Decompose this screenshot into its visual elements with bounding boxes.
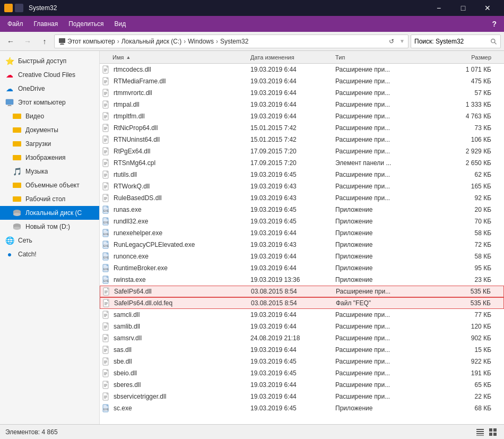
file-size: 92 КБ xyxy=(420,194,502,202)
refresh-button[interactable]: ↺ xyxy=(386,36,397,47)
sidebar-item-images[interactable]: Изображения xyxy=(0,151,99,165)
file-size: 15 КБ xyxy=(420,346,502,354)
file-type: Приложение xyxy=(335,229,420,237)
table-row[interactable]: RTSnMg64.cpl 17.09.2015 7:20 Элемент пан… xyxy=(100,157,504,169)
sidebar-item-documents[interactable]: Документы xyxy=(0,123,99,137)
sidebar-item-network[interactable]: 🌐 Сеть xyxy=(0,234,99,247)
sidebar-item-objects3d[interactable]: Объемные объект xyxy=(0,178,99,192)
file-type-icon xyxy=(102,65,110,74)
table-row[interactable]: sas.dll 19.03.2019 6:44 Расширение при..… xyxy=(100,344,504,356)
file-date: 15.01.2015 7:42 xyxy=(250,136,335,143)
forward-button[interactable]: → xyxy=(20,34,35,49)
address-bar[interactable]: Этот компьютер › Локальный диск (C:) › W… xyxy=(54,35,409,48)
sidebar-item-onedrive[interactable]: ☁ OneDrive xyxy=(0,82,99,96)
table-row[interactable]: sbservicetrigger.dll 19.03.2019 6:44 Рас… xyxy=(100,391,504,402)
file-size: 58 КБ xyxy=(420,253,502,260)
table-row[interactable]: EXE RunLegacyCPLElevated.exe 19.03.2019 … xyxy=(100,239,504,251)
table-row[interactable]: RuleBasedDS.dll 19.03.2019 6:43 Расширен… xyxy=(100,192,504,204)
sidebar-item-this-pc[interactable]: Этот компьютер xyxy=(0,96,99,109)
table-row[interactable]: rtmcodecs.dll 19.03.2019 6:44 Расширение… xyxy=(100,64,504,75)
column-name[interactable]: Имя ▲ xyxy=(102,54,250,61)
table-row[interactable]: RTNUninst64.dll 15.01.2015 7:42 Расширен… xyxy=(100,134,504,145)
table-row[interactable]: rtmmvrortc.dll 19.03.2019 6:44 Расширени… xyxy=(100,87,504,99)
table-row[interactable]: EXE rwinsta.exe 19.03.2019 13:36 Приложе… xyxy=(100,274,504,286)
sidebar-item-catch[interactable]: ● Catch! xyxy=(0,247,99,261)
file-date: 17.09.2015 7:20 xyxy=(250,159,335,167)
back-button[interactable]: ← xyxy=(3,34,18,49)
table-row[interactable]: EXE RuntimeBroker.exe 19.03.2019 6:44 Пр… xyxy=(100,262,504,274)
column-size[interactable]: Размер xyxy=(420,54,502,61)
close-button[interactable]: ✕ xyxy=(475,0,500,16)
maximize-button[interactable]: □ xyxy=(451,0,475,16)
sidebar-item-quick-access[interactable]: ⭐ Быстрый доступ xyxy=(0,54,99,68)
menu-home[interactable]: Главная xyxy=(29,18,64,30)
file-size: 70 КБ xyxy=(420,218,502,225)
menu-help[interactable]: ? xyxy=(486,18,502,30)
file-name: rtmmvrortc.dll xyxy=(102,89,250,97)
table-row[interactable]: samcli.dll 19.03.2019 6:44 Расширение пр… xyxy=(100,309,504,321)
column-type[interactable]: Тип xyxy=(335,54,420,61)
list-view-button[interactable] xyxy=(474,426,486,438)
table-row[interactable]: SafeIPs64.dll.old.feq 03.08.2015 8:54 Фа… xyxy=(100,297,504,309)
column-date[interactable]: Дата изменения xyxy=(250,54,335,61)
sidebar-item-new-volume[interactable]: Новый том (D:) xyxy=(0,220,99,234)
table-row[interactable]: SafeIPs64.dll 03.08.2015 8:54 Расширение… xyxy=(100,286,504,297)
svg-text:EXE: EXE xyxy=(103,209,109,212)
breadcrumb-part-4[interactable]: System32 xyxy=(220,38,248,45)
table-row[interactable]: samlib.dll 19.03.2019 6:44 Расширение пр… xyxy=(100,321,504,332)
sidebar-item-music[interactable]: 🎵 Музыка xyxy=(0,165,99,178)
breadcrumb-part-2[interactable]: Локальный диск (C:) xyxy=(121,38,182,45)
file-type-icon: EXE xyxy=(102,264,110,272)
file-size: 22 КБ xyxy=(420,393,502,400)
desktop-icon xyxy=(13,195,21,203)
file-name: EXE runexehelper.exe xyxy=(102,229,250,237)
table-row[interactable]: sbe.dll 19.03.2019 6:45 Расширение при..… xyxy=(100,356,504,367)
file-date: 19.03.2019 6:45 xyxy=(250,218,335,225)
table-row[interactable]: RtPgEx64.dll 17.09.2015 7:20 Расширение … xyxy=(100,145,504,157)
search-bar[interactable] xyxy=(411,35,501,48)
sidebar-item-creative-cloud[interactable]: ☁ Creative Cloud Files xyxy=(0,68,99,82)
table-row[interactable]: rtmpal.dll 19.03.2019 6:44 Расширение пр… xyxy=(100,99,504,110)
menu-view[interactable]: Вид xyxy=(109,18,131,30)
table-row[interactable]: sbeio.dll 19.03.2019 6:45 Расширение при… xyxy=(100,367,504,379)
file-date: 19.03.2019 6:44 xyxy=(250,89,335,97)
window-controls: − □ ✕ xyxy=(427,0,500,16)
table-row[interactable]: EXE rundll32.exe 19.03.2019 6:45 Приложе… xyxy=(100,216,504,227)
this-pc-icon xyxy=(5,98,14,107)
svg-text:EXE: EXE xyxy=(103,279,109,282)
sidebar-item-downloads[interactable]: Загрузки xyxy=(0,137,99,151)
table-row[interactable]: RTMediaFrame.dll 19.03.2019 6:44 Расшире… xyxy=(100,75,504,87)
sidebar-item-desktop[interactable]: Рабочий стол xyxy=(0,192,99,206)
table-row[interactable]: rtmpltfm.dll 19.03.2019 6:44 Расширение … xyxy=(100,110,504,122)
file-name: sberes.dll xyxy=(102,381,250,389)
file-date: 19.03.2019 6:44 xyxy=(250,66,335,73)
breadcrumb-part-1[interactable]: Этот компьютер xyxy=(67,38,115,45)
up-button[interactable]: ↑ xyxy=(37,34,52,49)
minimize-button[interactable]: − xyxy=(427,0,451,16)
table-row[interactable]: RtNicProp64.dll 15.01.2015 7:42 Расширен… xyxy=(100,122,504,134)
table-row[interactable]: RTWorkQ.dll 19.03.2019 6:43 Расширение п… xyxy=(100,180,504,192)
table-row[interactable]: EXE runas.exe 19.03.2019 6:45 Приложение… xyxy=(100,204,504,216)
file-type: Приложение xyxy=(335,276,420,283)
table-row[interactable]: sberes.dll 19.03.2019 6:44 Расширение пр… xyxy=(100,379,504,391)
sidebar-item-video[interactable]: Видео xyxy=(0,109,99,123)
table-row[interactable]: EXE sc.exe 19.03.2019 6:45 Приложение 68… xyxy=(100,402,504,414)
video-icon xyxy=(13,112,21,120)
table-row[interactable]: rtutils.dll 19.03.2019 6:45 Расширение п… xyxy=(100,169,504,180)
window-icon-1 xyxy=(4,4,13,12)
breadcrumb-part-3[interactable]: Windows xyxy=(188,38,214,45)
table-row[interactable]: EXE runexehelper.exe 19.03.2019 6:44 При… xyxy=(100,227,504,239)
table-row[interactable]: samsrv.dll 24.08.2019 21:18 Расширение п… xyxy=(100,332,504,344)
sidebar-item-local-disk[interactable]: Локальный диск (С xyxy=(0,206,99,220)
svg-rect-13 xyxy=(13,196,21,202)
file-size: 165 КБ xyxy=(420,183,502,190)
svg-line-4 xyxy=(495,42,497,44)
menu-share[interactable]: Поделиться xyxy=(63,18,109,30)
file-type-icon xyxy=(102,392,110,401)
file-date: 03.08.2015 8:54 xyxy=(251,288,336,295)
table-row[interactable]: EXE runonce.exe 19.03.2019 6:44 Приложен… xyxy=(100,251,504,262)
file-type: Расширение при... xyxy=(335,148,420,155)
search-input[interactable] xyxy=(414,38,488,45)
grid-view-button[interactable] xyxy=(487,426,499,438)
menu-file[interactable]: Файл xyxy=(2,18,29,30)
